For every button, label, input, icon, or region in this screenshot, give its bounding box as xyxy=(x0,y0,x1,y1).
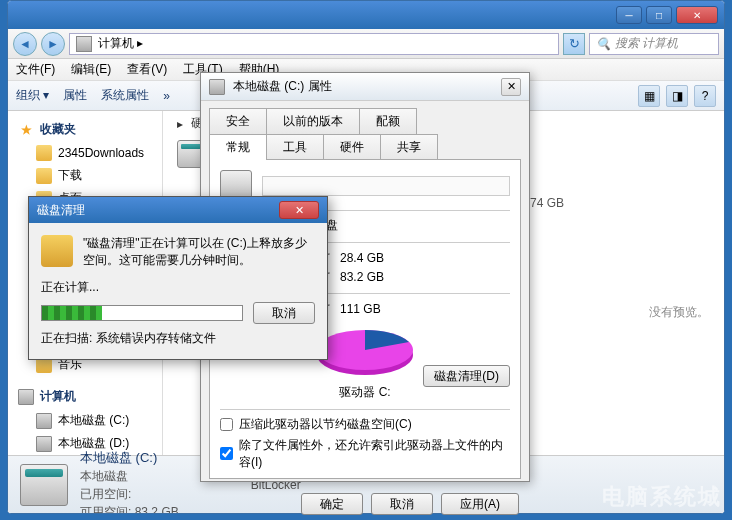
back-button[interactable]: ◄ xyxy=(13,32,37,56)
details-info: 本地磁盘 (C:) 本地磁盘 已用空间: 可用空间: 83.2 GB xyxy=(80,449,179,515)
menu-view[interactable]: 查看(V) xyxy=(127,61,167,78)
dialog-buttons: 确定 取消 应用(A) xyxy=(201,487,529,520)
window-titlebar: ─ □ ✕ xyxy=(8,1,724,29)
sidebar-item-downloads[interactable]: 下载 xyxy=(8,164,162,187)
tab-quota[interactable]: 配额 xyxy=(359,108,417,134)
selected-title: 本地磁盘 (C:) xyxy=(80,449,179,467)
cleanup-message: "磁盘清理"正在计算可以在 (C:)上释放多少空间。这可能需要几分钟时间。 xyxy=(83,235,315,269)
calculating-label: 正在计算... xyxy=(41,279,315,296)
drive-large-icon xyxy=(20,464,68,506)
star-icon: ★ xyxy=(18,122,34,138)
help-button[interactable]: ? xyxy=(694,85,716,107)
cleanup-titlebar[interactable]: 磁盘清理 ✕ xyxy=(29,197,327,223)
index-checkbox[interactable]: 除了文件属性外，还允许索引此驱动器上文件的内容(I) xyxy=(220,437,510,471)
nav-bar: ◄ ► 计算机 ▸ ↻ 🔍 搜索 计算机 xyxy=(8,29,724,59)
menu-file[interactable]: 文件(F) xyxy=(16,61,55,78)
cancel-button[interactable]: 取消 xyxy=(371,493,433,515)
progress-bar xyxy=(41,305,243,321)
cleanup-icon xyxy=(41,235,73,267)
scanning-label: 正在扫描: 系统错误内存转储文件 xyxy=(41,330,315,347)
properties-button[interactable]: 属性 xyxy=(63,87,87,104)
preview-pane-button[interactable]: ◨ xyxy=(666,85,688,107)
organize-button[interactable]: 组织 ▾ xyxy=(16,87,49,104)
maximize-button[interactable]: □ xyxy=(646,6,672,24)
tab-tools[interactable]: 工具 xyxy=(266,134,324,160)
properties-close-button[interactable]: ✕ xyxy=(501,78,521,96)
disk-cleanup-dialog: 磁盘清理 ✕ "磁盘清理"正在计算可以在 (C:)上释放多少空间。这可能需要几分… xyxy=(28,196,328,360)
tabs-row1: 安全 以前的版本 配额 xyxy=(201,101,529,133)
tab-sharing[interactable]: 共享 xyxy=(380,134,438,160)
tab-previous-versions[interactable]: 以前的版本 xyxy=(266,108,360,134)
drive-icon xyxy=(36,413,52,429)
cleanup-cancel-button[interactable]: 取消 xyxy=(253,302,315,324)
properties-titlebar[interactable]: 本地磁盘 (C:) 属性 ✕ xyxy=(201,73,529,101)
cleanup-title: 磁盘清理 xyxy=(37,202,85,219)
tab-security[interactable]: 安全 xyxy=(209,108,267,134)
tab-general[interactable]: 常规 xyxy=(209,134,267,160)
close-button[interactable]: ✕ xyxy=(676,6,718,24)
address-bar[interactable]: 计算机 ▸ xyxy=(69,33,559,55)
refresh-button[interactable]: ↻ xyxy=(563,33,585,55)
system-properties-button[interactable]: 系统属性 xyxy=(101,87,149,104)
search-placeholder: 搜索 计算机 xyxy=(615,35,678,52)
sidebar-item-downloads2345[interactable]: 2345Downloads xyxy=(8,142,162,164)
forward-button[interactable]: ► xyxy=(41,32,65,56)
minimize-button[interactable]: ─ xyxy=(616,6,642,24)
view-mode-button[interactable]: ▦ xyxy=(638,85,660,107)
folder-icon xyxy=(36,145,52,161)
favorites-header[interactable]: ★收藏夹 xyxy=(8,117,162,142)
properties-title: 本地磁盘 (C:) 属性 xyxy=(233,78,332,95)
search-icon: 🔍 xyxy=(596,37,611,51)
ok-button[interactable]: 确定 xyxy=(301,493,363,515)
cleanup-close-button[interactable]: ✕ xyxy=(279,201,319,219)
apply-button[interactable]: 应用(A) xyxy=(441,493,519,515)
disk-cleanup-button[interactable]: 磁盘清理(D) xyxy=(423,365,510,387)
tab-hardware[interactable]: 硬件 xyxy=(323,134,381,160)
computer-header[interactable]: 计算机 xyxy=(8,384,162,409)
computer-icon xyxy=(76,36,92,52)
compress-checkbox[interactable]: 压缩此驱动器以节约磁盘空间(C) xyxy=(220,416,510,433)
menu-edit[interactable]: 编辑(E) xyxy=(71,61,111,78)
drive-icon xyxy=(36,436,52,452)
folder-icon xyxy=(36,168,52,184)
computer-icon xyxy=(18,389,34,405)
toolbar-overflow[interactable]: » xyxy=(163,89,170,103)
drive-name-input[interactable] xyxy=(262,176,510,196)
address-text: 计算机 ▸ xyxy=(98,35,143,52)
tabs-row2: 常规 工具 硬件 共享 xyxy=(201,133,529,159)
sidebar-item-drive-c[interactable]: 本地磁盘 (C:) xyxy=(8,409,162,432)
drive-icon xyxy=(209,79,225,95)
no-preview-text: 没有预览。 xyxy=(649,304,709,321)
search-box[interactable]: 🔍 搜索 计算机 xyxy=(589,33,719,55)
